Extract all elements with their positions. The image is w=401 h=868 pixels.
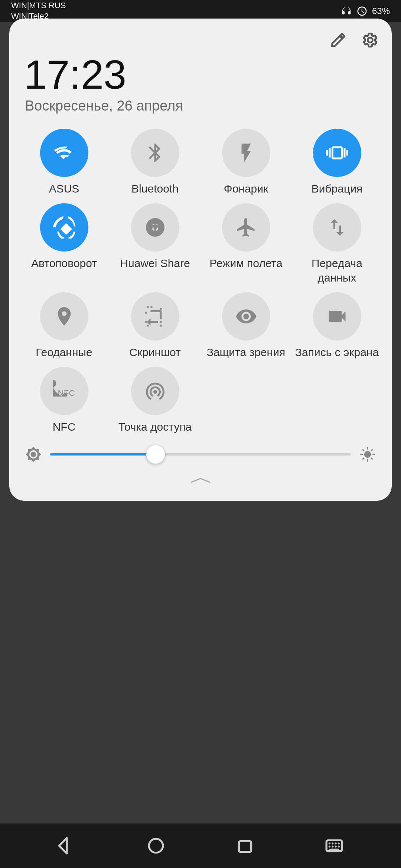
settings-button[interactable] [360,30,381,50]
toggle-data-transfer[interactable]: Передача данных [293,203,381,285]
airplane-label: Режим полета [209,256,282,270]
toggle-airplane[interactable]: Режим полета [202,203,290,285]
clock-icon [356,6,368,17]
autorotate-label: Автоповорот [31,256,97,270]
svg-rect-5 [239,841,251,852]
eye-protection-circle [222,292,270,341]
hotspot-icon [144,380,166,402]
data-transfer-icon [326,216,348,239]
toggle-autorotate[interactable]: Автоповорот [20,203,108,285]
flashlight-label: Фонарик [224,181,268,196]
recents-icon [236,836,254,855]
asus-label: ASUS [49,181,79,196]
date-display: Воскресенье, 26 апреля [25,98,381,114]
screen-record-circle [313,292,361,341]
nfc-label: NFC [53,420,76,434]
toggle-screenshot[interactable]: Скриншот [111,292,199,359]
eye-protection-label: Защита зрения [207,345,285,359]
toggle-eye-protection[interactable]: Защита зрения [202,292,290,359]
edit-button[interactable] [328,30,349,50]
toggle-vibration[interactable]: Вибрация [293,129,381,196]
home-icon [147,836,165,855]
brightness-track[interactable] [50,453,351,456]
carrier1: WIN|MTS RUS [11,0,66,11]
data-transfer-label: Передача данных [293,256,381,285]
svg-marker-3 [59,838,67,854]
back-button[interactable] [52,831,82,861]
toggle-nfc[interactable]: NFC NFC [20,367,108,434]
status-icons: 63% [341,6,390,17]
brightness-high-icon [358,445,377,464]
eye-icon [235,305,257,328]
brightness-fill [50,453,156,456]
wifi-icon [53,142,75,164]
time-display: 17:23 [24,54,381,95]
brightness-thumb[interactable] [146,445,165,464]
keyboard-button[interactable] [319,831,349,861]
keyboard-icon [325,836,343,855]
toggle-huawei-share[interactable]: Huawei Share [111,203,199,285]
bottom-nav [0,823,401,868]
vibration-circle [313,129,361,177]
toggle-screen-record[interactable]: Запись с экрана [293,292,381,359]
screen-record-icon [326,305,348,328]
data-transfer-circle [313,203,361,251]
autorotate-circle [40,203,88,251]
flashlight-circle [222,129,270,177]
battery-indicator: 63% [372,6,390,16]
toggles-grid: ASUS Bluetooth Фонарик [20,129,381,434]
airplane-icon [235,216,257,239]
vibration-icon [326,142,348,164]
huawei-share-icon [144,216,166,239]
toggle-asus[interactable]: ASUS [20,129,108,196]
svg-point-4 [149,839,163,853]
huawei-share-label: Huawei Share [120,256,190,270]
swipe-handle-icon [189,475,212,486]
svg-text:NFC: NFC [58,388,75,398]
screenshot-circle [131,292,179,341]
geodata-circle [40,292,88,341]
brightness-low-icon [24,445,43,464]
brightness-row [20,445,381,464]
vibration-label: Вибрация [312,181,363,196]
swipe-handle [20,475,381,486]
asus-circle [40,129,88,177]
recents-button[interactable] [230,831,260,861]
toggle-hotspot[interactable]: Точка доступа [111,367,199,434]
notification-panel: 17:23 Воскресенье, 26 апреля ASUS Blueto… [9,19,392,501]
flashlight-icon [235,142,257,164]
toggle-bluetooth[interactable]: Bluetooth [111,129,199,196]
toggle-flashlight[interactable]: Фонарик [202,129,290,196]
location-icon [53,305,75,328]
edit-icon [330,32,346,48]
home-button[interactable] [141,831,171,861]
screen-record-label: Запись с экрана [295,345,379,359]
bluetooth-icon [144,142,166,164]
bluetooth-label: Bluetooth [131,181,179,196]
huawei-share-circle [131,203,179,251]
airplane-circle [222,203,270,251]
back-icon [58,836,76,855]
nfc-icon: NFC [53,380,75,402]
nfc-circle: NFC [40,367,88,415]
hotspot-circle [131,367,179,415]
settings-icon [362,32,378,48]
screenshot-label: Скриншот [129,345,181,359]
autorotate-icon [53,216,75,239]
geodata-label: Геоданные [36,345,92,359]
hotspot-label: Точка доступа [118,420,192,434]
toggle-geodata[interactable]: Геоданные [20,292,108,359]
screenshot-icon [144,305,166,328]
bluetooth-circle [131,129,179,177]
headphone-icon [341,6,352,17]
panel-topbar [20,30,381,50]
